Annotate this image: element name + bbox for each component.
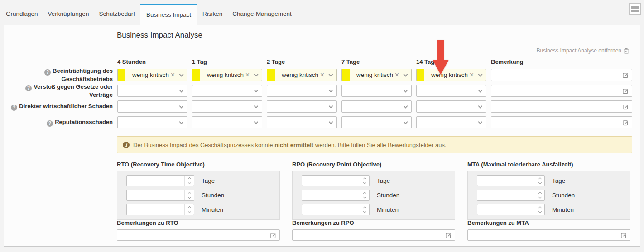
spinner-arrows-icon[interactable] bbox=[360, 190, 369, 200]
select-verstoss-14-tage[interactable] bbox=[416, 85, 486, 97]
select-reputation-1-tag[interactable] bbox=[192, 116, 262, 128]
bemerkung-input[interactable] bbox=[491, 85, 632, 96]
spinner-arrows-icon[interactable] bbox=[535, 204, 544, 215]
mta-stunden-spinner[interactable] bbox=[477, 190, 545, 201]
edit-icon[interactable] bbox=[270, 232, 276, 238]
clear-selection-icon[interactable]: × bbox=[470, 71, 474, 79]
spinner-arrows-icon[interactable] bbox=[184, 204, 194, 215]
select-beeintraechtigung-1-tag[interactable]: wenig kritisch × bbox=[192, 69, 262, 81]
select-schaden-1-tag[interactable] bbox=[192, 100, 262, 113]
bemerkung-field-verstoss[interactable] bbox=[491, 85, 632, 97]
spinner-arrows-icon[interactable] bbox=[360, 204, 369, 215]
mta-notes-field[interactable] bbox=[467, 229, 630, 241]
edit-icon[interactable] bbox=[446, 232, 452, 238]
select-beeintraechtigung-7-tage[interactable]: wenig kritisch × bbox=[341, 69, 412, 81]
rto-notes-field[interactable] bbox=[117, 229, 280, 241]
select-beeintraechtigung-14-tage[interactable]: wenig kritisch × bbox=[416, 69, 486, 81]
mta-minuten-input[interactable] bbox=[477, 204, 544, 215]
select-schaden-14-tage[interactable] bbox=[416, 100, 486, 113]
select-verstoss-7-tage[interactable] bbox=[341, 85, 412, 97]
chevron-down-icon[interactable] bbox=[180, 73, 183, 76]
tab-schutzbedarf[interactable]: Schutzbedarf bbox=[94, 0, 140, 25]
rpo-tage-input[interactable] bbox=[302, 176, 369, 186]
rto-tage-spinner[interactable] bbox=[126, 175, 194, 186]
column-header-7-tage: 7 Tage bbox=[341, 58, 412, 65]
chevron-down-icon bbox=[329, 89, 332, 92]
clear-selection-icon[interactable]: × bbox=[171, 71, 175, 79]
chevron-down-icon[interactable] bbox=[329, 73, 332, 76]
mta-tage-input[interactable] bbox=[477, 176, 544, 186]
rpo-notes-field[interactable] bbox=[292, 229, 455, 241]
chevron-down-icon[interactable] bbox=[479, 73, 482, 76]
select-reputation-4-stunden[interactable] bbox=[117, 116, 187, 128]
select-beeintraechtigung-2-tage[interactable]: wenig kritisch × bbox=[267, 69, 337, 81]
panel-collapse-icon[interactable] bbox=[629, 3, 641, 15]
rto-stunden-spinner[interactable] bbox=[126, 190, 194, 201]
bemerkung-field-reputation[interactable] bbox=[491, 116, 632, 128]
help-icon[interactable]: ? bbox=[44, 69, 51, 76]
rpo-tage-spinner[interactable] bbox=[302, 175, 370, 186]
select-schaden-7-tage[interactable] bbox=[341, 100, 412, 113]
bemerkung-input[interactable] bbox=[491, 101, 632, 112]
spinner-arrows-icon[interactable] bbox=[184, 190, 194, 200]
select-reputation-14-tage[interactable] bbox=[416, 116, 486, 128]
spinner-arrows-icon[interactable] bbox=[184, 176, 194, 186]
mta-notes-input[interactable] bbox=[468, 230, 630, 240]
rto-tage-input[interactable] bbox=[127, 176, 194, 186]
clear-selection-icon[interactable]: × bbox=[320, 71, 324, 79]
select-verstoss-1-tag[interactable] bbox=[192, 85, 262, 97]
help-icon[interactable]: ? bbox=[47, 120, 53, 127]
bemerkung-input[interactable] bbox=[491, 69, 632, 81]
select-schaden-2-tage[interactable] bbox=[267, 100, 337, 113]
help-icon[interactable]: ? bbox=[11, 105, 17, 111]
clear-selection-icon[interactable]: × bbox=[245, 71, 250, 79]
select-beeintraechtigung-4-stunden[interactable]: wenig kritisch × bbox=[117, 69, 187, 81]
edit-icon[interactable] bbox=[623, 104, 629, 109]
help-icon[interactable]: ? bbox=[25, 85, 32, 91]
edit-icon[interactable] bbox=[623, 119, 629, 125]
select-reputation-7-tage[interactable] bbox=[341, 116, 412, 128]
chevron-down-icon bbox=[255, 120, 258, 124]
selected-value: wenig kritisch bbox=[267, 71, 320, 78]
clear-selection-icon[interactable]: × bbox=[395, 71, 399, 79]
rpo-minuten-input[interactable] bbox=[302, 204, 369, 215]
rto-notes: Bemerkungen zu RTO bbox=[117, 219, 280, 241]
rto-minuten-spinner[interactable] bbox=[126, 204, 194, 215]
edit-icon[interactable] bbox=[623, 72, 629, 78]
chevron-down-icon bbox=[180, 105, 183, 108]
edit-icon[interactable] bbox=[621, 232, 627, 238]
objectives-row: RTO (Recovery Time Objective) Tage Stund… bbox=[117, 161, 630, 220]
remove-bia-link[interactable]: Business Impact Analyse entfernen bbox=[537, 48, 629, 54]
tab-risiken[interactable]: Risiken bbox=[197, 0, 227, 25]
rto-minuten-input[interactable] bbox=[127, 204, 194, 215]
mta-notes-label: Bemerkungen zu MTA bbox=[467, 219, 630, 226]
tab-verknuepfungen[interactable]: Verknüpfungen bbox=[43, 0, 94, 25]
rpo-notes-input[interactable] bbox=[293, 230, 455, 240]
chevron-down-icon[interactable] bbox=[404, 73, 407, 76]
mta-tage-spinner[interactable] bbox=[477, 175, 545, 186]
tab-grundlagen[interactable]: Grundlagen bbox=[1, 0, 43, 25]
select-verstoss-2-tage[interactable] bbox=[267, 85, 337, 97]
spinner-arrows-icon[interactable] bbox=[535, 190, 544, 200]
rpo-minuten-spinner[interactable] bbox=[302, 204, 370, 215]
rpo-stunden-input[interactable] bbox=[302, 190, 369, 200]
bemerkung-field-beeintraechtigung[interactable] bbox=[491, 69, 632, 81]
bemerkung-field-schaden[interactable] bbox=[491, 100, 632, 113]
tab-business-impact[interactable]: Business Impact bbox=[140, 4, 197, 25]
rating-color-swatch bbox=[118, 69, 125, 81]
select-reputation-2-tage[interactable] bbox=[267, 116, 337, 128]
spinner-arrows-icon[interactable] bbox=[360, 176, 369, 186]
chevron-down-icon[interactable] bbox=[255, 73, 258, 76]
tab-change-management[interactable]: Change-Management bbox=[227, 0, 297, 25]
rpo-stunden-spinner[interactable] bbox=[302, 190, 370, 201]
rto-stunden-input[interactable] bbox=[127, 190, 194, 200]
bemerkung-input[interactable] bbox=[491, 117, 632, 128]
mta-stunden-input[interactable] bbox=[477, 190, 544, 200]
mta-minuten-spinner[interactable] bbox=[477, 204, 545, 215]
rpo-notes-label: Bemerkungen zu RPO bbox=[292, 219, 455, 226]
rto-notes-input[interactable] bbox=[117, 230, 279, 240]
spinner-arrows-icon[interactable] bbox=[535, 176, 544, 186]
select-verstoss-4-stunden[interactable] bbox=[117, 85, 187, 97]
select-schaden-4-stunden[interactable] bbox=[117, 100, 187, 113]
edit-icon[interactable] bbox=[623, 88, 629, 94]
